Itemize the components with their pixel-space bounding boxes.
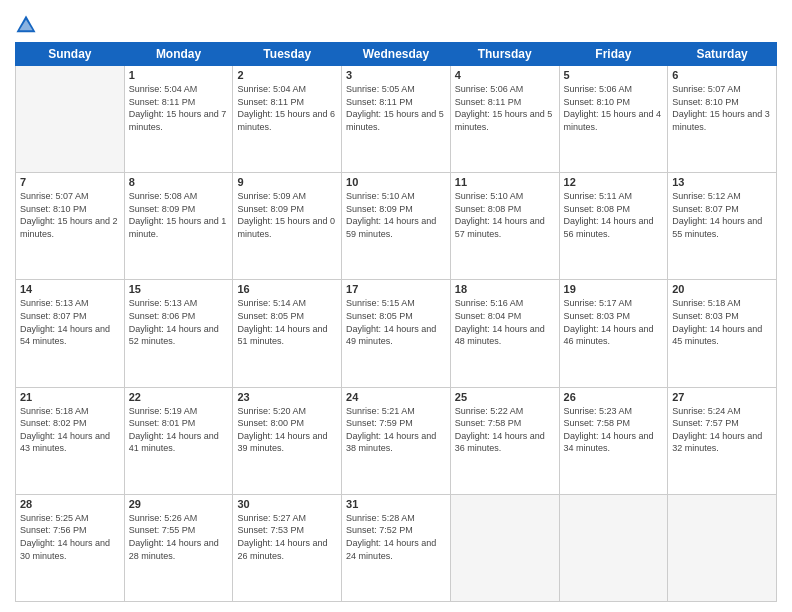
day-info: Sunrise: 5:20 AMSunset: 8:00 PMDaylight:… [237,405,337,455]
day-info: Sunrise: 5:07 AMSunset: 8:10 PMDaylight:… [20,190,120,240]
day-number: 16 [237,283,337,295]
calendar-cell: 1Sunrise: 5:04 AMSunset: 8:11 PMDaylight… [124,66,233,173]
weekday-header: Wednesday [342,43,451,66]
calendar-cell: 31Sunrise: 5:28 AMSunset: 7:52 PMDayligh… [342,494,451,601]
day-info: Sunrise: 5:05 AMSunset: 8:11 PMDaylight:… [346,83,446,133]
day-number: 6 [672,69,772,81]
calendar-cell: 18Sunrise: 5:16 AMSunset: 8:04 PMDayligh… [450,280,559,387]
day-number: 1 [129,69,229,81]
day-number: 27 [672,391,772,403]
calendar-cell: 4Sunrise: 5:06 AMSunset: 8:11 PMDaylight… [450,66,559,173]
day-number: 2 [237,69,337,81]
day-info: Sunrise: 5:22 AMSunset: 7:58 PMDaylight:… [455,405,555,455]
day-number: 28 [20,498,120,510]
day-info: Sunrise: 5:28 AMSunset: 7:52 PMDaylight:… [346,512,446,562]
calendar-cell [450,494,559,601]
calendar-cell: 6Sunrise: 5:07 AMSunset: 8:10 PMDaylight… [668,66,777,173]
day-info: Sunrise: 5:13 AMSunset: 8:07 PMDaylight:… [20,297,120,347]
day-number: 26 [564,391,664,403]
calendar-cell: 26Sunrise: 5:23 AMSunset: 7:58 PMDayligh… [559,387,668,494]
calendar-cell [559,494,668,601]
calendar-cell: 10Sunrise: 5:10 AMSunset: 8:09 PMDayligh… [342,173,451,280]
day-info: Sunrise: 5:07 AMSunset: 8:10 PMDaylight:… [672,83,772,133]
day-number: 21 [20,391,120,403]
day-info: Sunrise: 5:17 AMSunset: 8:03 PMDaylight:… [564,297,664,347]
day-info: Sunrise: 5:21 AMSunset: 7:59 PMDaylight:… [346,405,446,455]
day-number: 4 [455,69,555,81]
calendar-cell: 16Sunrise: 5:14 AMSunset: 8:05 PMDayligh… [233,280,342,387]
day-info: Sunrise: 5:25 AMSunset: 7:56 PMDaylight:… [20,512,120,562]
day-number: 3 [346,69,446,81]
day-number: 17 [346,283,446,295]
calendar-cell: 14Sunrise: 5:13 AMSunset: 8:07 PMDayligh… [16,280,125,387]
day-number: 31 [346,498,446,510]
day-number: 25 [455,391,555,403]
calendar-row: 7Sunrise: 5:07 AMSunset: 8:10 PMDaylight… [16,173,777,280]
calendar-cell: 20Sunrise: 5:18 AMSunset: 8:03 PMDayligh… [668,280,777,387]
day-info: Sunrise: 5:18 AMSunset: 8:03 PMDaylight:… [672,297,772,347]
weekday-header: Sunday [16,43,125,66]
day-info: Sunrise: 5:04 AMSunset: 8:11 PMDaylight:… [129,83,229,133]
day-number: 13 [672,176,772,188]
day-number: 18 [455,283,555,295]
day-number: 9 [237,176,337,188]
calendar-cell: 27Sunrise: 5:24 AMSunset: 7:57 PMDayligh… [668,387,777,494]
day-number: 20 [672,283,772,295]
day-number: 22 [129,391,229,403]
calendar-cell [16,66,125,173]
day-number: 19 [564,283,664,295]
calendar-row: 1Sunrise: 5:04 AMSunset: 8:11 PMDaylight… [16,66,777,173]
calendar-cell: 24Sunrise: 5:21 AMSunset: 7:59 PMDayligh… [342,387,451,494]
day-info: Sunrise: 5:10 AMSunset: 8:08 PMDaylight:… [455,190,555,240]
day-number: 30 [237,498,337,510]
day-number: 23 [237,391,337,403]
day-number: 7 [20,176,120,188]
day-info: Sunrise: 5:14 AMSunset: 8:05 PMDaylight:… [237,297,337,347]
calendar-cell: 25Sunrise: 5:22 AMSunset: 7:58 PMDayligh… [450,387,559,494]
calendar-cell: 28Sunrise: 5:25 AMSunset: 7:56 PMDayligh… [16,494,125,601]
weekday-header: Monday [124,43,233,66]
day-info: Sunrise: 5:18 AMSunset: 8:02 PMDaylight:… [20,405,120,455]
calendar-table: SundayMondayTuesdayWednesdayThursdayFrid… [15,42,777,602]
weekday-header: Thursday [450,43,559,66]
calendar-row: 21Sunrise: 5:18 AMSunset: 8:02 PMDayligh… [16,387,777,494]
day-number: 10 [346,176,446,188]
calendar-cell: 11Sunrise: 5:10 AMSunset: 8:08 PMDayligh… [450,173,559,280]
day-number: 8 [129,176,229,188]
logo [15,14,40,36]
weekday-header: Tuesday [233,43,342,66]
day-number: 11 [455,176,555,188]
day-info: Sunrise: 5:06 AMSunset: 8:11 PMDaylight:… [455,83,555,133]
calendar-cell: 7Sunrise: 5:07 AMSunset: 8:10 PMDaylight… [16,173,125,280]
day-info: Sunrise: 5:24 AMSunset: 7:57 PMDaylight:… [672,405,772,455]
day-number: 24 [346,391,446,403]
calendar-cell: 5Sunrise: 5:06 AMSunset: 8:10 PMDaylight… [559,66,668,173]
calendar-cell: 12Sunrise: 5:11 AMSunset: 8:08 PMDayligh… [559,173,668,280]
calendar-cell: 29Sunrise: 5:26 AMSunset: 7:55 PMDayligh… [124,494,233,601]
calendar-cell [668,494,777,601]
day-info: Sunrise: 5:09 AMSunset: 8:09 PMDaylight:… [237,190,337,240]
calendar-cell: 21Sunrise: 5:18 AMSunset: 8:02 PMDayligh… [16,387,125,494]
weekday-header: Saturday [668,43,777,66]
calendar-cell: 8Sunrise: 5:08 AMSunset: 8:09 PMDaylight… [124,173,233,280]
day-info: Sunrise: 5:11 AMSunset: 8:08 PMDaylight:… [564,190,664,240]
calendar-row: 28Sunrise: 5:25 AMSunset: 7:56 PMDayligh… [16,494,777,601]
day-info: Sunrise: 5:10 AMSunset: 8:09 PMDaylight:… [346,190,446,240]
day-info: Sunrise: 5:16 AMSunset: 8:04 PMDaylight:… [455,297,555,347]
calendar-cell: 23Sunrise: 5:20 AMSunset: 8:00 PMDayligh… [233,387,342,494]
day-info: Sunrise: 5:23 AMSunset: 7:58 PMDaylight:… [564,405,664,455]
header [15,10,777,36]
day-number: 5 [564,69,664,81]
day-number: 15 [129,283,229,295]
day-info: Sunrise: 5:04 AMSunset: 8:11 PMDaylight:… [237,83,337,133]
day-info: Sunrise: 5:12 AMSunset: 8:07 PMDaylight:… [672,190,772,240]
calendar-cell: 2Sunrise: 5:04 AMSunset: 8:11 PMDaylight… [233,66,342,173]
day-info: Sunrise: 5:27 AMSunset: 7:53 PMDaylight:… [237,512,337,562]
day-info: Sunrise: 5:13 AMSunset: 8:06 PMDaylight:… [129,297,229,347]
day-info: Sunrise: 5:15 AMSunset: 8:05 PMDaylight:… [346,297,446,347]
calendar-cell: 15Sunrise: 5:13 AMSunset: 8:06 PMDayligh… [124,280,233,387]
calendar-cell: 17Sunrise: 5:15 AMSunset: 8:05 PMDayligh… [342,280,451,387]
calendar-row: 14Sunrise: 5:13 AMSunset: 8:07 PMDayligh… [16,280,777,387]
page: SundayMondayTuesdayWednesdayThursdayFrid… [0,0,792,612]
day-info: Sunrise: 5:06 AMSunset: 8:10 PMDaylight:… [564,83,664,133]
